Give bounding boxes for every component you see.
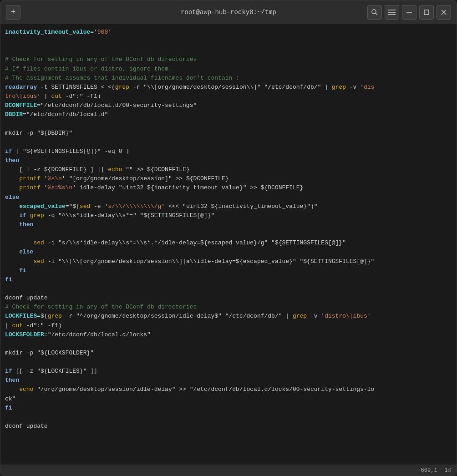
terminal-window: + root@awp-hub-rocky8:~/tmp	[0, 0, 457, 476]
code-line	[5, 358, 452, 367]
code-line: else	[5, 248, 452, 257]
code-line: LOCKFILES=$(grep -r "^/org/gnome/desktop…	[5, 312, 452, 321]
code-line: dconf update	[5, 422, 452, 431]
scroll-percent: 1%	[445, 467, 451, 474]
code-line: # Check for setting in any of the DConf …	[5, 303, 452, 312]
new-tab-button[interactable]: +	[6, 5, 20, 20]
code-line: echo "/org/gnome/desktop/session/idle-de…	[5, 385, 452, 394]
code-line: # If files contain ibus or distro, ignor…	[5, 65, 452, 74]
code-line: sed -i "s/\\s*idle-delay\\s*=\\s*.*/idle…	[5, 238, 452, 248]
code-line: [ ! -z ${DCONFFILE} ] || echo "" >> ${DC…	[5, 165, 452, 174]
code-line: readarray -t SETTINGSFILES < <(grep -r "…	[5, 83, 452, 92]
code-line	[5, 119, 452, 128]
code-line: printf '%s\n' "[org/gnome/desktop/sessio…	[5, 174, 452, 183]
code-line: tro\|ibus' | cut -d":" -f1)	[5, 92, 452, 101]
code-line: fi	[5, 266, 452, 275]
cursor-position: 669,1	[421, 467, 437, 474]
titlebar-controls	[367, 5, 451, 20]
minimize-button[interactable]	[402, 5, 416, 20]
code-line: DBDIR="/etc/dconf/db/local.d"	[5, 110, 452, 119]
code-line: then	[5, 220, 452, 229]
code-line	[5, 284, 452, 294]
code-line: if grep -q "^\\s*idle-delay\\s*=" "${SET…	[5, 211, 452, 220]
terminal-content[interactable]: inactivity_timeout_value='900' # Check f…	[0, 24, 457, 465]
code-line: if [ "${#SETTINGSFILES[@]}" -eq 0 ]	[5, 147, 452, 156]
code-line: inactivity_timeout_value='900'	[5, 28, 452, 37]
code-line: mkdir -p "${LOCKSFOLDER}"	[5, 349, 452, 358]
code-line: LOCKSFOLDER="/etc/dconf/db/local.d/locks…	[5, 330, 452, 339]
code-line: dconf update	[5, 294, 452, 303]
code-line: else	[5, 193, 452, 202]
search-button[interactable]	[367, 5, 382, 20]
code-line	[5, 229, 452, 238]
code-line	[5, 413, 452, 422]
menu-button[interactable]	[385, 5, 399, 20]
titlebar-left: +	[6, 5, 20, 20]
svg-rect-6	[424, 10, 429, 15]
svg-point-0	[372, 10, 376, 14]
code-line	[5, 138, 452, 147]
code-line: # Check for setting in any of the DConf …	[5, 55, 452, 64]
code-line: fi	[5, 275, 452, 284]
code-line: then	[5, 156, 452, 165]
code-line: # The assignment assumes that individual…	[5, 74, 452, 83]
code-line: if [[ -z "${LOCKFILES}" ]]	[5, 367, 452, 376]
code-line: DCONFFILE="/etc/dconf/db/local.d/00-secu…	[5, 101, 452, 110]
titlebar: + root@awp-hub-rocky8:~/tmp	[0, 0, 457, 24]
window-title: root@awp-hub-rocky8:~/tmp	[181, 9, 276, 16]
code-line: printf '%s=%s\n' idle-delay "uint32 ${in…	[5, 183, 452, 192]
code-line: sed -i "\\|\\[org/gnome/desktop/session\…	[5, 257, 452, 266]
code-line: fi	[5, 404, 452, 413]
code-line: mkdir -p "${DBDIR}"	[5, 129, 452, 138]
maximize-button[interactable]	[419, 5, 434, 20]
code-line: | cut -d":" -f1)	[5, 321, 452, 330]
code-line	[5, 46, 452, 55]
svg-line-1	[376, 13, 377, 15]
close-button[interactable]	[437, 5, 451, 20]
code-line	[5, 339, 452, 349]
code-line	[5, 37, 452, 46]
code-line: escaped_value="$(sed -e 's/\\/\\\\\\\\/g…	[5, 202, 452, 211]
code-line: ck"	[5, 395, 452, 404]
code-line: then	[5, 376, 452, 385]
statusbar: 669,1 1%	[0, 465, 457, 476]
